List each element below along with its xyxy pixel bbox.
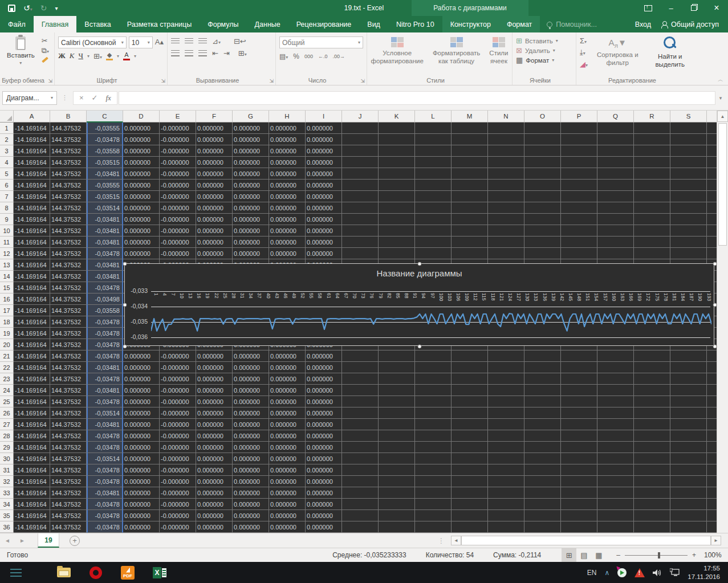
cell-S32[interactable] — [670, 476, 707, 487]
cell-L9[interactable] — [415, 214, 452, 225]
cell-M26[interactable] — [452, 407, 488, 419]
cell-D36[interactable]: 0.000000 — [123, 521, 160, 533]
cell-I9[interactable]: 0.000000 — [306, 214, 342, 225]
cell-N21[interactable] — [488, 350, 524, 362]
cell-M11[interactable] — [452, 237, 488, 248]
cell-E36[interactable]: -0.000000 — [160, 521, 196, 533]
cell-N5[interactable] — [488, 168, 524, 180]
cell-E25[interactable]: -0.000000 — [160, 396, 196, 407]
cell-P31[interactable] — [561, 464, 597, 476]
cell-P5[interactable] — [561, 168, 597, 180]
alignment-dialog-launcher[interactable]: ⇲ — [269, 78, 274, 84]
close-button[interactable]: × — [705, 0, 728, 16]
cell-O21[interactable] — [524, 350, 561, 362]
cell-E28[interactable]: -0.000000 — [160, 430, 196, 442]
font-color-button[interactable]: А — [123, 52, 130, 60]
cell-A3[interactable]: -14.169164 — [14, 145, 50, 157]
cell-K11[interactable] — [379, 237, 415, 248]
resize-handle[interactable] — [713, 345, 717, 349]
cell-P8[interactable] — [561, 202, 597, 214]
cell-M21[interactable] — [452, 350, 488, 362]
column-header-E[interactable]: E — [160, 111, 196, 123]
cell-J11[interactable] — [342, 237, 379, 248]
cell-D34[interactable]: 0.000000 — [123, 499, 160, 510]
cell-J28[interactable] — [342, 430, 379, 442]
cell-G30[interactable]: 0.000000 — [233, 453, 269, 464]
tray-app-icon[interactable] — [617, 568, 627, 577]
cell-O26[interactable] — [524, 407, 561, 419]
row-header-8[interactable]: 8 — [0, 202, 14, 214]
decrease-indent-icon[interactable]: ⇤ — [212, 50, 218, 57]
cell-partial[interactable] — [707, 430, 717, 442]
cell-M33[interactable] — [452, 487, 488, 499]
cell-O30[interactable] — [524, 453, 561, 464]
cell-I5[interactable]: 0.000000 — [306, 168, 342, 180]
cell-F34[interactable]: 0.000000 — [196, 499, 233, 510]
cell-L25[interactable] — [415, 396, 452, 407]
cell-partial[interactable] — [707, 453, 717, 464]
column-header-F[interactable]: F — [196, 111, 233, 123]
cell-H25[interactable]: 0.000000 — [269, 396, 306, 407]
row-header-14[interactable]: 14 — [0, 271, 14, 282]
cell-B1[interactable]: 144.37532 — [50, 123, 87, 134]
cell-S30[interactable] — [670, 453, 707, 464]
cell-C19[interactable]: -0,03478 — [87, 328, 123, 339]
cell-partial[interactable] — [707, 134, 717, 145]
cell-partial[interactable] — [707, 521, 717, 533]
cell-L33[interactable] — [415, 487, 452, 499]
cell-S10[interactable] — [670, 225, 707, 237]
cell-D7[interactable]: 0.000000 — [123, 191, 160, 202]
cell-L24[interactable] — [415, 385, 452, 396]
cell-S12[interactable] — [670, 248, 707, 259]
row-header-23[interactable]: 23 — [0, 373, 14, 385]
cell-F36[interactable]: 0.000000 — [196, 521, 233, 533]
resize-handle[interactable] — [123, 262, 127, 266]
cell-H4[interactable]: 0.000000 — [269, 157, 306, 168]
comma-style-icon[interactable]: 000 — [304, 54, 313, 59]
cell-H3[interactable]: 0.000000 — [269, 145, 306, 157]
zoom-out-button[interactable]: – — [616, 551, 620, 559]
cell-G7[interactable]: 0.000000 — [233, 191, 269, 202]
insert-cells-button[interactable]: ⊞ Вставить▾ — [516, 37, 558, 44]
cell-Q23[interactable] — [597, 373, 634, 385]
cell-B18[interactable]: 144.37532 — [50, 316, 87, 328]
collapse-ribbon-icon[interactable]: ︿ — [718, 76, 723, 84]
column-header-M[interactable]: M — [452, 111, 488, 123]
tab-main[interactable]: Главная — [34, 16, 77, 32]
cell-P2[interactable] — [561, 134, 597, 145]
cell-N22[interactable] — [488, 362, 524, 373]
cell-F6[interactable]: 0.000000 — [196, 180, 233, 191]
column-header-P[interactable]: P — [561, 111, 597, 123]
minimize-button[interactable]: – — [660, 0, 682, 16]
font-dialog-launcher[interactable]: ⇲ — [161, 78, 165, 84]
cell-L5[interactable] — [415, 168, 452, 180]
cell-B30[interactable]: 144.37532 — [50, 453, 87, 464]
cell-R4[interactable] — [634, 157, 670, 168]
cell-D27[interactable]: 0.000000 — [123, 419, 160, 430]
cell-P24[interactable] — [561, 385, 597, 396]
cell-R30[interactable] — [634, 453, 670, 464]
cell-K34[interactable] — [379, 499, 415, 510]
cell-M27[interactable] — [452, 419, 488, 430]
cell-L7[interactable] — [415, 191, 452, 202]
cell-A28[interactable]: -14.169164 — [14, 430, 50, 442]
cell-R29[interactable] — [634, 442, 670, 453]
cell-P3[interactable] — [561, 145, 597, 157]
cell-G25[interactable]: 0.000000 — [233, 396, 269, 407]
fill-color-button[interactable]: ◆ — [106, 52, 113, 60]
cell-R34[interactable] — [634, 499, 670, 510]
cell-G33[interactable]: 0.000000 — [233, 487, 269, 499]
cell-N30[interactable] — [488, 453, 524, 464]
cell-F23[interactable]: 0.000000 — [196, 373, 233, 385]
number-dialog-launcher[interactable]: ⇲ — [360, 78, 365, 84]
zoom-slider-thumb[interactable] — [658, 552, 660, 558]
cell-P29[interactable] — [561, 442, 597, 453]
cell-D12[interactable]: 0.000000 — [123, 248, 160, 259]
cell-D21[interactable]: 0.000000 — [123, 350, 160, 362]
cell-S24[interactable] — [670, 385, 707, 396]
cell-L27[interactable] — [415, 419, 452, 430]
format-cells-button[interactable]: ▦ Формат▾ — [516, 56, 558, 64]
cell-R10[interactable] — [634, 225, 670, 237]
cell-F9[interactable]: 0.000000 — [196, 214, 233, 225]
cell-H12[interactable]: 0.000000 — [269, 248, 306, 259]
